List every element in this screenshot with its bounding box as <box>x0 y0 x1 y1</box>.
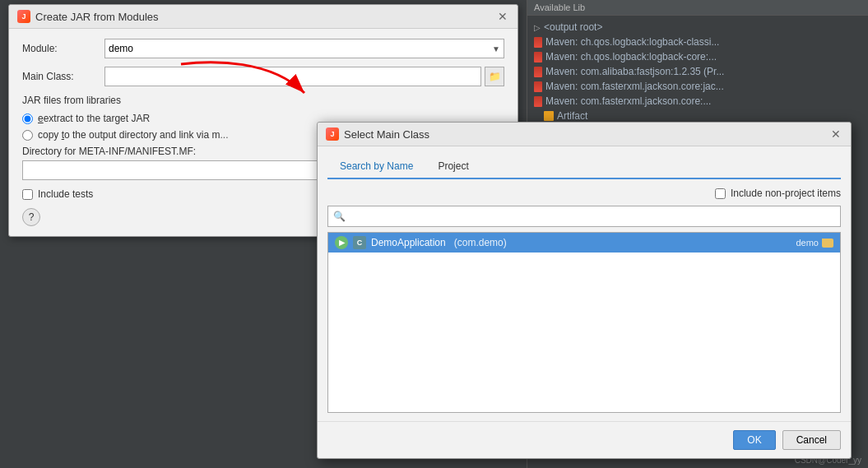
copy-radio[interactable] <box>22 130 33 141</box>
include-non-project-row: Include non-project items <box>327 188 841 199</box>
select-dialog-title-area: J Select Main Class <box>326 127 429 141</box>
result-class-name-0: DemoApplication <box>371 237 446 248</box>
select-dialog-footer: OK Cancel <box>318 421 851 458</box>
java-class-icon: C <box>353 236 366 249</box>
include-non-project-label: Include non-project items <box>731 188 841 199</box>
tree-item-maven-3[interactable]: Maven: com.alibaba:fastjson:1.2.35 (Pr..… <box>527 64 868 79</box>
jar-dialog-title-area: J Create JAR from Modules <box>17 10 159 23</box>
module-control: demo ▼ <box>104 39 504 58</box>
maven-item-2-label: Maven: ch.qos.logback:logback-core:... <box>545 51 717 63</box>
include-tests-label: Include tests <box>38 188 93 200</box>
maven-icon-5 <box>534 96 542 107</box>
main-class-label: Main Class: <box>22 71 104 82</box>
include-non-project-checkbox[interactable] <box>715 188 726 199</box>
module-combo[interactable]: demo ▼ <box>104 39 504 58</box>
artifact-icon <box>544 111 554 121</box>
main-class-control: 📁 <box>104 67 504 86</box>
artifact-label: Artifact <box>557 110 587 122</box>
select-dialog-title: Select Main Class <box>344 128 429 141</box>
tree-item-maven-4[interactable]: Maven: com.fasterxml.jackson.core:jac... <box>527 79 868 94</box>
maven-item-3-label: Maven: com.alibaba:fastjson:1.2.35 (Pr..… <box>545 66 724 77</box>
jar-dialog-title: Create JAR from Modules <box>35 11 159 23</box>
help-button[interactable]: ? <box>22 208 40 226</box>
search-icon: 🔍 <box>333 211 346 222</box>
maven-item-1-label: Maven: ch.qos.logback:logback-classi... <box>545 36 719 48</box>
jar-dialog-icon: J <box>17 10 30 23</box>
result-module-0: demo <box>796 238 819 248</box>
select-main-class-dialog: J Select Main Class ✕ Search by Name Pro… <box>317 122 852 459</box>
maven-icon-3 <box>534 67 542 77</box>
tree-item-maven-1[interactable]: Maven: ch.qos.logback:logback-classi... <box>527 35 868 49</box>
tabs-row: Search by Name Project <box>327 155 841 179</box>
select-dialog-titlebar: J Select Main Class ✕ <box>318 123 851 146</box>
copy-label: copy to the output directory and link vi… <box>38 129 228 141</box>
maven-icon-1 <box>534 37 542 48</box>
include-tests-checkbox[interactable] <box>22 189 33 200</box>
spring-boot-icon: ▶ <box>335 236 348 249</box>
folder-browse-icon: 📁 <box>489 71 501 82</box>
maven-icon-2 <box>534 52 542 63</box>
module-label: Module: <box>22 43 104 54</box>
tab-project[interactable]: Project <box>425 155 480 178</box>
module-value: demo <box>109 43 133 54</box>
module-row: Module: demo ▼ <box>22 39 504 58</box>
main-class-input[interactable] <box>104 67 481 86</box>
select-dialog-body: Search by Name Project Include non-proje… <box>318 146 851 421</box>
available-libs-header: Available Lib <box>527 0 868 16</box>
jar-dialog-titlebar: J Create JAR from Modules ✕ <box>9 5 518 29</box>
tree-item-output[interactable]: ▷ <output root> <box>527 20 868 35</box>
search-box: 🔍 <box>327 206 841 227</box>
results-list[interactable]: ▶ C DemoApplication (com.demo) demo <box>327 232 841 413</box>
maven-item-5-label: Maven: com.fasterxml.jackson.core:... <box>545 95 711 107</box>
ok-button[interactable]: OK <box>733 430 775 450</box>
tree-item-maven-2[interactable]: Maven: ch.qos.logback:logback-core:... <box>527 49 868 64</box>
question-mark-icon: ? <box>29 211 35 223</box>
jar-dialog-close-button[interactable]: ✕ <box>496 10 509 23</box>
chevron-icon: ▷ <box>534 23 541 32</box>
libraries-section-title: JAR files from libraries <box>22 95 504 106</box>
module-dropdown-arrow: ▼ <box>492 44 500 53</box>
maven-icon-4 <box>534 81 542 92</box>
extract-label: eextract to the target JAR <box>38 113 150 124</box>
result-item-left-0: ▶ C DemoApplication (com.demo) <box>335 236 507 249</box>
maven-item-4-label: Maven: com.fasterxml.jackson.core:jac... <box>545 81 724 92</box>
search-input[interactable] <box>349 211 835 222</box>
result-folder-icon <box>822 239 833 248</box>
main-class-row: Main Class: 📁 <box>22 67 504 86</box>
main-class-browse-button[interactable]: 📁 <box>485 67 504 86</box>
tree-item-maven-5[interactable]: Maven: com.fasterxml.jackson.core:... <box>527 94 868 109</box>
result-item-0[interactable]: ▶ C DemoApplication (com.demo) demo <box>328 233 840 253</box>
tab-search-by-name[interactable]: Search by Name <box>327 155 425 179</box>
result-item-right-0: demo <box>796 238 833 248</box>
select-dialog-icon: J <box>326 127 339 141</box>
select-dialog-close-button[interactable]: ✕ <box>829 127 842 141</box>
extract-radio[interactable] <box>22 114 33 124</box>
result-class-pkg-0: (com.demo) <box>454 237 507 248</box>
output-root-label: <output root> <box>544 21 602 33</box>
cancel-button[interactable]: Cancel <box>782 430 841 450</box>
